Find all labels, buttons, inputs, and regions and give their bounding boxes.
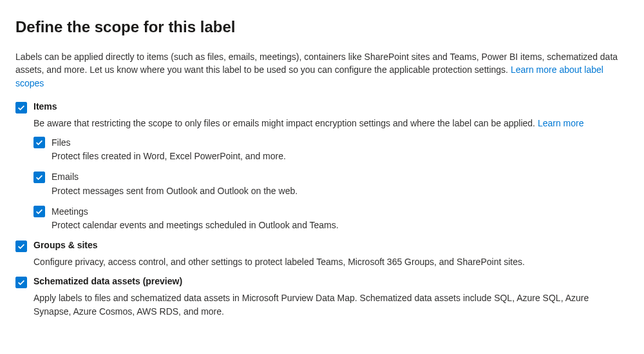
checkmark-icon [35, 173, 44, 182]
items-desc-text: Be aware that restricting the scope to o… [33, 118, 538, 128]
schematized-desc: Apply labels to files and schematized da… [33, 291, 629, 318]
items-title: Items [33, 101, 57, 112]
sub-option-files: Files Protect files created in Word, Exc… [33, 136, 629, 163]
checkmark-icon [35, 138, 44, 147]
items-checkbox[interactable] [15, 102, 27, 113]
groups-checkbox[interactable] [15, 241, 27, 252]
checkmark-icon [17, 278, 26, 287]
emails-desc: Protect messages sent from Outlook and O… [52, 185, 629, 198]
schematized-title: Schematized data assets (preview) [33, 276, 182, 286]
meetings-desc: Protect calendar events and meetings sch… [52, 219, 629, 232]
checkmark-icon [17, 242, 26, 251]
scope-groups-section: Groups & sites Configure privacy, access… [15, 240, 629, 268]
items-learn-more-link[interactable]: Learn more [538, 118, 584, 128]
checkmark-icon [35, 207, 44, 216]
intro-paragraph: Labels can be applied directly to items … [15, 50, 629, 90]
checkmark-icon [17, 103, 26, 112]
files-checkbox[interactable] [33, 137, 45, 148]
page-title: Define the scope for this label [15, 18, 629, 36]
items-description: Be aware that restricting the scope to o… [33, 117, 629, 130]
sub-option-emails: Emails Protect messages sent from Outloo… [33, 171, 629, 198]
scope-schematized-section: Schematized data assets (preview) Apply … [15, 276, 629, 318]
files-desc: Protect files created in Word, Excel Pow… [52, 150, 629, 163]
meetings-title: Meetings [52, 206, 88, 217]
scope-items-section: Items Be aware that restricting the scop… [15, 101, 629, 232]
schematized-checkbox[interactable] [15, 277, 27, 288]
groups-desc: Configure privacy, access control, and o… [33, 255, 629, 268]
files-title: Files [52, 137, 71, 148]
emails-checkbox[interactable] [33, 172, 45, 183]
meetings-checkbox[interactable] [33, 206, 45, 217]
emails-title: Emails [52, 172, 79, 182]
groups-title: Groups & sites [33, 240, 98, 250]
sub-option-meetings: Meetings Protect calendar events and mee… [33, 205, 629, 232]
